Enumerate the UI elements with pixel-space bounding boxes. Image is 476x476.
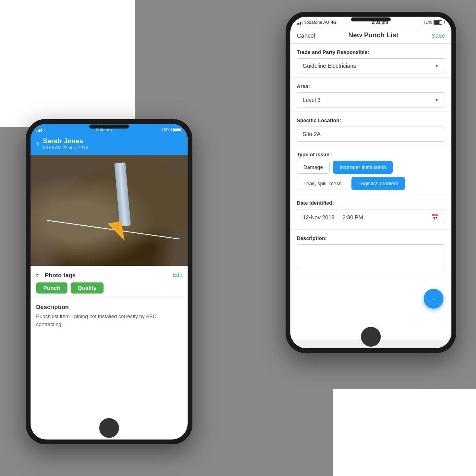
right-battery-pct: 71% [423, 20, 432, 25]
save-button[interactable]: Save [432, 32, 445, 39]
left-phone-notch [89, 125, 129, 129]
white-panel-br [333, 389, 476, 476]
photo-tags-section: 🏷 Photo tags Edit Punch Quality [31, 266, 188, 298]
description-section: Description Punch list item - piping not… [31, 298, 188, 334]
description-input[interactable] [297, 244, 445, 268]
left-battery: 100% [161, 127, 182, 132]
form-title: New Punch List [348, 31, 399, 39]
trade-value: Guideline Electricians [303, 63, 356, 69]
back-button[interactable]: ‹ [36, 138, 39, 149]
fab-icon: ··· [430, 295, 437, 303]
location-label: Specific Location: [297, 117, 445, 123]
user-name: Sarah Jones [43, 137, 88, 145]
location-value: Site 2A [303, 131, 321, 137]
photo-tags-title: Photo tags [45, 272, 76, 278]
description-form-section: Description: [290, 230, 451, 274]
photo-area [31, 155, 188, 266]
area-section: Area: Level 3 ▼ [290, 78, 451, 112]
edit-button[interactable]: Edit [173, 272, 182, 278]
white-panel-tl [0, 0, 135, 127]
user-info: Sarah Jones 08:56 AM 22-July-2018 [43, 137, 88, 150]
description-form-label: Description: [297, 235, 445, 241]
tag-quality[interactable]: Quality [71, 282, 104, 294]
date-label: Date identified: [297, 200, 445, 206]
right-phone: vodafone AU 4G 2:31 pm 71% Cancel New Pu… [286, 12, 456, 353]
left-phone-screen: ⌿ 9:30 am 100% ‹ Sarah Jones 08:56 AM 22… [31, 124, 188, 440]
network-type: 4G [331, 20, 337, 25]
issue-btn-improper[interactable]: Improper installation [333, 161, 393, 174]
calendar-icon: 📅 [431, 213, 439, 221]
area-label: Area: [297, 83, 445, 89]
issue-btn-leak[interactable]: Leak, spill, mess [297, 177, 348, 190]
description-title: Description [36, 303, 182, 310]
trade-chevron-icon: ▼ [434, 63, 439, 69]
right-battery-area: 71% [423, 20, 445, 25]
area-chevron-icon: ▼ [434, 97, 439, 103]
tag-punch[interactable]: Punch [36, 282, 67, 294]
issue-btn-logistics[interactable]: Logistics problem [351, 177, 405, 190]
trade-section: Trade and Party Responsible: Guideline E… [290, 44, 451, 78]
right-nav-bar: Cancel New Punch List Save [290, 27, 451, 44]
cancel-button[interactable]: Cancel [297, 32, 315, 39]
header-datetime: 08:56 AM 22-July-2018 [43, 145, 88, 150]
tag-icon: 🏷 [36, 271, 42, 278]
time-value: 2:30 PM [342, 214, 363, 221]
photo-tags-header: 🏷 Photo tags Edit [36, 271, 182, 278]
location-section: Specific Location: Site 2A [290, 112, 451, 146]
right-signal-icon [297, 20, 303, 25]
signal-bars-icon [36, 127, 42, 132]
location-input[interactable]: Site 2A [297, 127, 445, 142]
issue-section: Type of issue: Damage Improper installat… [290, 146, 451, 194]
left-phone: ⌿ 9:30 am 100% ‹ Sarah Jones 08:56 AM 22… [26, 119, 192, 444]
tags-row: Punch Quality [36, 282, 182, 294]
left-home-button[interactable] [99, 418, 119, 438]
trade-label: Trade and Party Responsible: [297, 49, 445, 55]
carrier-area: vodafone AU 4G [297, 20, 337, 25]
description-text: Punch list item - piping not installed c… [36, 313, 182, 328]
carrier-name: vodafone AU [304, 20, 329, 25]
date-section: Date identified: 12-Nov 2018 2:30 PM 📅 [290, 194, 451, 230]
right-home-button[interactable] [361, 327, 381, 347]
signal-area: ⌿ [36, 127, 46, 132]
left-phone-header: ‹ Sarah Jones 08:56 AM 22-July-2018 [31, 134, 188, 155]
area-select[interactable]: Level 3 ▼ [297, 92, 445, 107]
date-value: 12-Nov 2018 [303, 214, 334, 221]
issue-label: Type of issue: [297, 152, 445, 157]
dirt-background [31, 155, 188, 266]
trade-select[interactable]: Guideline Electricians ▼ [297, 58, 445, 73]
fab-button[interactable]: ··· [424, 289, 443, 309]
issue-buttons-group: Damage Improper installation Leak, spill… [297, 161, 445, 190]
right-phone-notch [351, 17, 391, 21]
issue-btn-damage[interactable]: Damage [297, 161, 330, 174]
area-value: Level 3 [303, 97, 321, 103]
date-field[interactable]: 12-Nov 2018 2:30 PM 📅 [297, 209, 445, 225]
wifi-icon: ⌿ [44, 127, 46, 132]
right-phone-screen: vodafone AU 4G 2:31 pm 71% Cancel New Pu… [290, 17, 451, 348]
